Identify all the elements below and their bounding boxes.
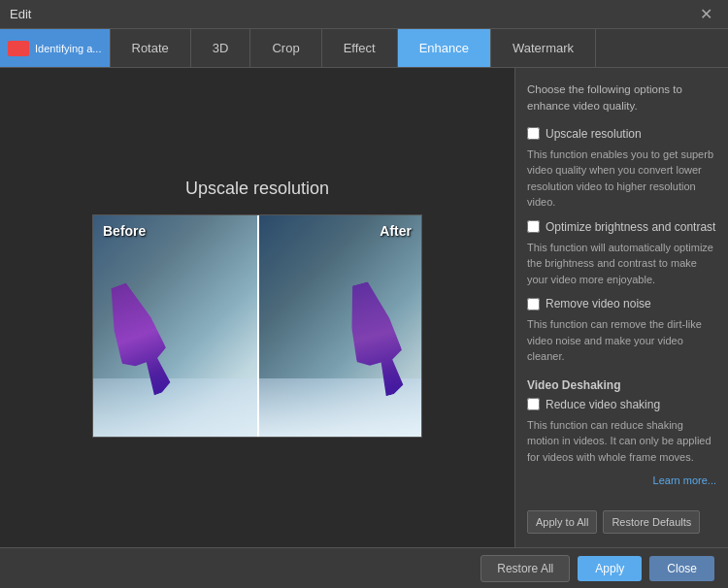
tab-rotate[interactable]: Rotate: [111, 29, 191, 67]
apply-to-all-button[interactable]: Apply to All: [527, 510, 597, 534]
preview-images: Before After: [92, 214, 422, 438]
brightness-desc: This function will automatically optimiz…: [527, 240, 716, 288]
deshaking-section-label: Video Deshaking: [527, 378, 716, 392]
before-preview: [93, 215, 257, 437]
right-panel: Choose the following options to enhance …: [514, 68, 728, 547]
noise-desc: This function can remove the dirt-like v…: [527, 316, 716, 365]
window-title: Edit: [10, 7, 31, 21]
shake-checkbox[interactable]: [527, 398, 540, 410]
upscale-label: Upscale resolution: [546, 127, 642, 141]
tab-bar: Identifying a... Rotate 3D Crop Effect E…: [0, 29, 728, 68]
right-panel-buttons: Apply to All Restore Defaults: [527, 510, 716, 534]
shake-desc: This function can reduce shaking motion …: [527, 417, 716, 466]
tab-effect[interactable]: Effect: [322, 29, 398, 67]
file-thumb-label: Identifying a...: [35, 43, 102, 54]
snow-before: [93, 378, 257, 437]
title-bar: Edit ✕: [0, 0, 728, 29]
option-brightness-row: Optimize brightness and contrast: [527, 220, 716, 234]
right-panel-intro: Choose the following options to enhance …: [527, 82, 716, 115]
tab-enhance[interactable]: Enhance: [398, 29, 491, 67]
main-area: Upscale resolution Before After Choose t…: [0, 68, 728, 547]
apply-button[interactable]: Apply: [578, 556, 642, 581]
upscale-checkbox[interactable]: [527, 127, 540, 140]
shake-label: Reduce video shaking: [546, 398, 660, 411]
after-preview: [257, 215, 421, 437]
restore-all-button[interactable]: Restore All: [480, 555, 570, 582]
close-button[interactable]: Close: [649, 556, 714, 581]
tab-crop[interactable]: Crop: [250, 29, 321, 67]
brightness-checkbox[interactable]: [527, 220, 540, 233]
noise-checkbox[interactable]: [527, 298, 540, 310]
restore-defaults-button[interactable]: Restore Defaults: [603, 510, 700, 534]
tab-watermark[interactable]: Watermark: [491, 29, 596, 67]
preview-title: Upscale resolution: [185, 179, 329, 199]
before-label: Before: [103, 223, 146, 239]
after-label: After: [380, 223, 412, 239]
brightness-label: Optimize brightness and contrast: [546, 220, 715, 234]
option-upscale-row: Upscale resolution: [527, 127, 716, 141]
option-shake-row: Reduce video shaking: [527, 398, 716, 411]
left-panel: Upscale resolution Before After: [0, 68, 514, 547]
upscale-desc: This function enables you to get superb …: [527, 147, 716, 211]
option-noise-row: Remove video noise: [527, 297, 716, 310]
file-thumbnail[interactable]: Identifying a...: [0, 29, 111, 67]
tabs-container: Rotate 3D Crop Effect Enhance Watermark: [111, 29, 729, 67]
learn-more-link[interactable]: Learn more...: [527, 474, 716, 486]
close-window-button[interactable]: ✕: [694, 3, 718, 25]
tab-3d[interactable]: 3D: [191, 29, 251, 67]
noise-label: Remove video noise: [546, 297, 651, 310]
preview-divider: [257, 215, 259, 437]
file-thumb-icon: [8, 41, 29, 56]
bottom-bar: Restore All Apply Close: [0, 547, 728, 588]
